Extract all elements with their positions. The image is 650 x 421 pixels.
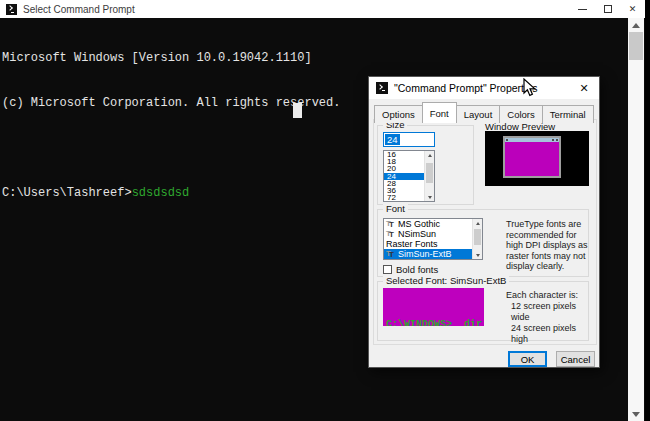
bold-fonts-checkbox[interactable]	[383, 265, 392, 274]
truetype-icon	[386, 220, 396, 229]
scroll-up-icon	[428, 154, 432, 157]
truetype-icon	[386, 230, 396, 239]
dialog-title: "Command Prompt" Properties	[394, 82, 537, 94]
scroll-up-button[interactable]	[473, 219, 482, 227]
maximize-button[interactable]	[595, 0, 620, 18]
font-option-selected[interactable]: SimSun-ExtB	[384, 249, 482, 259]
scrollbar-thumb[interactable]	[426, 163, 433, 183]
scroll-up-icon	[476, 222, 480, 225]
font-sample-preview: C:\WINDOWS> dir SYSTEM <D	[383, 288, 484, 326]
tab-terminal[interactable]: Terminal	[542, 105, 594, 123]
mouse-cursor	[523, 78, 537, 98]
tab-font[interactable]: Font	[422, 102, 457, 123]
size-input-value: 24	[385, 134, 400, 145]
font-option-label: MS Gothic	[398, 219, 440, 229]
scroll-down-icon	[476, 254, 480, 257]
prompt-text: C:\Users\Tashreef>	[2, 186, 132, 200]
close-icon: ✕	[629, 5, 637, 14]
scroll-down-button[interactable]	[473, 251, 482, 259]
minimize-icon	[578, 9, 587, 10]
dialog-titlebar[interactable]: "Command Prompt" Properties ✕	[369, 77, 599, 99]
console-scrollbar[interactable]	[628, 18, 644, 421]
typed-command: sdsdsdsd	[132, 186, 190, 200]
console-line: Microsoft Windows [Version 10.0.19042.11…	[2, 51, 628, 66]
scroll-up-icon	[632, 23, 640, 28]
properties-dialog: "Command Prompt" Properties ✕ Options Fo…	[368, 76, 600, 368]
preview-mini-window	[503, 136, 561, 178]
size-input[interactable]: 24	[383, 132, 435, 147]
font-listbox[interactable]: MS Gothic NSimSun Raster Fonts SimSun-Ex…	[383, 218, 483, 260]
preview-button-dot	[552, 139, 554, 141]
font-option[interactable]: MS Gothic	[384, 219, 482, 229]
font-option[interactable]: Raster Fonts	[384, 239, 482, 249]
size-group: Size 24 16 18 20 24 28 36 72	[377, 125, 474, 205]
caption-buttons: ✕	[570, 0, 645, 18]
font-sample-line: C:\WINDOWS> dir	[386, 318, 484, 326]
tab-bar: Options Font Layout Colors Terminal	[374, 102, 593, 123]
scroll-up-button[interactable]	[628, 18, 644, 32]
bold-fonts-row[interactable]: Bold fonts	[383, 264, 438, 275]
window-title: Select Command Prompt	[23, 4, 135, 15]
character-width-info: 12 screen pixels wide	[511, 301, 588, 323]
font-list-scrollbar[interactable]	[472, 219, 482, 259]
tab-layout[interactable]: Layout	[456, 105, 501, 123]
console-titlebar[interactable]: Select Command Prompt ✕	[0, 0, 645, 18]
truetype-note: TrueType fonts are recommended for high …	[506, 219, 588, 272]
scroll-down-button[interactable]	[628, 407, 644, 421]
character-size-info: Each character is: 12 screen pixels wide…	[506, 290, 588, 345]
size-listbox[interactable]: 16 18 20 24 28 36 72	[383, 150, 435, 202]
font-group-label: Font	[383, 203, 408, 214]
minimize-button[interactable]	[570, 0, 595, 18]
text-cursor	[293, 103, 302, 118]
preview-icon-dot	[506, 139, 508, 141]
scroll-down-icon	[428, 196, 432, 199]
window-preview	[485, 131, 589, 186]
maximize-icon	[604, 5, 612, 13]
size-list-scrollbar[interactable]	[424, 151, 434, 201]
scroll-down-button[interactable]	[425, 193, 434, 201]
tab-options[interactable]: Options	[374, 105, 423, 123]
scroll-up-button[interactable]	[425, 151, 434, 159]
font-option[interactable]: NSimSun	[384, 229, 482, 239]
bold-fonts-label: Bold fonts	[396, 264, 438, 275]
preview-mini-titlebar	[505, 138, 559, 142]
selected-font-group-label: Selected Font: SimSun-ExtB	[383, 275, 509, 286]
cancel-button[interactable]: Cancel	[556, 351, 595, 367]
close-button[interactable]: ✕	[620, 0, 645, 18]
tab-colors[interactable]: Colors	[499, 105, 542, 123]
font-group: Font MS Gothic NSimSun Raster Fonts SimS…	[377, 209, 589, 277]
dialog-close-button[interactable]: ✕	[569, 77, 599, 99]
scrollbar-thumb[interactable]	[474, 229, 481, 245]
font-option-label: SimSun-ExtB	[398, 249, 452, 259]
character-size-title: Each character is:	[506, 290, 588, 301]
cmd-icon	[376, 82, 388, 94]
selected-font-group: Selected Font: SimSun-ExtB C:\WINDOWS> d…	[377, 281, 589, 341]
font-option-label: Raster Fonts	[386, 239, 438, 249]
character-height-info: 24 screen pixels high	[511, 323, 588, 345]
preview-button-dot	[556, 139, 558, 141]
scrollbar-thumb[interactable]	[629, 32, 643, 60]
truetype-icon	[386, 250, 396, 259]
cmd-icon	[6, 4, 17, 15]
font-option-label: NSimSun	[398, 229, 436, 239]
scroll-down-icon	[632, 412, 640, 417]
ok-button[interactable]: OK	[508, 351, 547, 367]
